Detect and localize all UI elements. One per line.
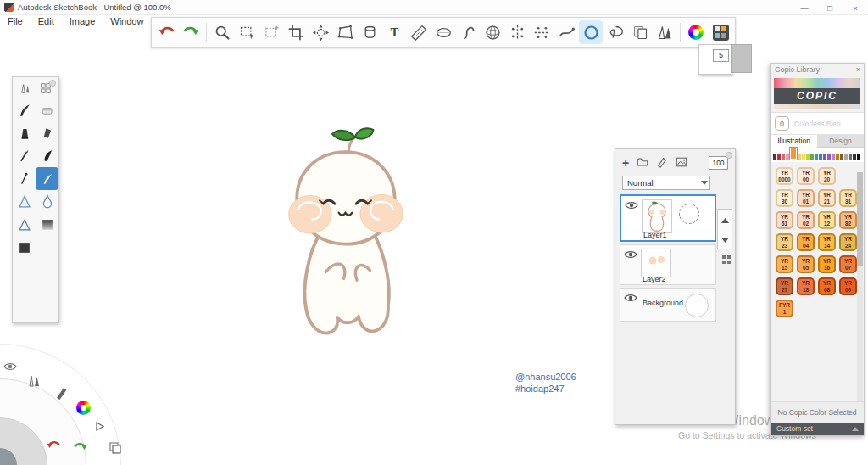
copic-chip-yr24[interactable]: YR24 (839, 233, 857, 251)
blend-mode-select[interactable]: Normal (622, 176, 710, 190)
lagoon-undo-icon[interactable] (44, 438, 63, 453)
copic-chip-yr16[interactable]: YR16 (818, 255, 836, 273)
perspective-tool[interactable] (481, 20, 504, 44)
lagoon-play-icon[interactable] (94, 421, 105, 432)
family-swatch-5[interactable] (798, 154, 801, 160)
brush-paintbrush-selected[interactable] (36, 167, 58, 190)
rect-select-tool[interactable] (235, 20, 259, 44)
copic-chip-yr61[interactable]: YR61 (776, 211, 793, 229)
copic-chip-yr23[interactable]: YR23 (776, 233, 793, 251)
brush-brush-pen[interactable] (36, 144, 58, 167)
family-swatch-14[interactable] (836, 154, 839, 160)
family-swatch-9[interactable] (815, 154, 818, 160)
brush-solid-block[interactable] (13, 236, 36, 259)
family-swatch-0[interactable] (773, 154, 776, 160)
layer-row-layer2[interactable]: Layer2 (620, 244, 716, 285)
redo-button[interactable] (179, 20, 203, 44)
fill-tool[interactable] (358, 20, 381, 44)
copic-chip-yr18[interactable]: YR18 (797, 277, 815, 295)
copic-scrollbar-track[interactable] (857, 172, 863, 423)
brush-cone[interactable] (13, 190, 36, 213)
copic-scrollbar-thumb[interactable] (857, 172, 863, 266)
brush-marker-2[interactable] (36, 121, 58, 144)
brush-water-drop[interactable] (36, 190, 58, 213)
minimize-button[interactable]: — (792, 0, 817, 15)
family-swatch-10[interactable] (819, 154, 822, 160)
undo-button[interactable] (154, 20, 178, 44)
close-button[interactable]: × (843, 0, 868, 15)
maximize-button[interactable]: □ (817, 0, 843, 15)
copic-chip-yr21[interactable]: YR21 (818, 189, 836, 207)
lagoon-brushes-icon[interactable] (27, 373, 42, 389)
brush-technical-pen[interactable] (13, 167, 36, 190)
colorless-blender-row[interactable]: 0 Colorless Blen (771, 112, 864, 135)
copic-chip-yr82[interactable]: YR82 (839, 211, 857, 229)
move-layer-down-button[interactable] (721, 232, 729, 245)
tab-design[interactable]: Design (817, 135, 864, 148)
copic-chip-yr0000[interactable]: YR0000 (776, 167, 793, 185)
layer2-visibility-eye-icon[interactable] (624, 249, 637, 260)
zoom-tool[interactable] (210, 20, 234, 44)
copic-chip-fyr1[interactable]: FYR1 (776, 300, 793, 317)
brush-set-icon[interactable] (19, 82, 31, 94)
layer-image-button[interactable] (676, 156, 687, 171)
family-swatch-12[interactable] (827, 154, 831, 160)
copic-chip-yr00[interactable]: YR00 (797, 167, 815, 185)
copic-chip-yr68[interactable]: YR68 (818, 277, 836, 295)
palette-handle-dot[interactable] (49, 80, 56, 87)
lasso-tool[interactable] (604, 20, 627, 44)
opacity-field[interactable]: 100 (709, 156, 728, 170)
ellipse-guide-tool[interactable] (431, 20, 455, 44)
layer1-visibility-eye-icon[interactable] (625, 200, 638, 210)
color-wheel-button[interactable] (684, 20, 708, 44)
family-swatch-11[interactable] (823, 154, 826, 160)
background-color-swatch[interactable] (685, 294, 709, 317)
brush-chisel-marker[interactable] (13, 121, 36, 144)
layer-folder-button[interactable] (637, 156, 648, 171)
family-swatch-3[interactable] (786, 154, 789, 160)
copic-chip-yr31[interactable]: YR31 (839, 189, 857, 207)
family-swatch-13[interactable] (832, 154, 835, 160)
layers-panel-handle-dot[interactable] (726, 152, 732, 159)
copic-chip-yr07[interactable]: YR07 (839, 255, 857, 273)
menu-file[interactable]: File (0, 15, 31, 28)
lagoon-pen-icon[interactable] (54, 385, 70, 401)
tab-illustration[interactable]: Illustration (771, 135, 817, 148)
horizontal-symmetry-tool[interactable] (530, 20, 554, 44)
copic-chip-yr14[interactable]: YR14 (818, 233, 836, 251)
brush-ink-pen[interactable] (13, 98, 36, 121)
copic-chip-yr04[interactable]: YR04 (797, 233, 815, 251)
copic-chip-yr12[interactable]: YR12 (818, 211, 836, 229)
family-swatch-2[interactable] (782, 154, 785, 160)
lagoon-color-wheel-icon[interactable] (76, 401, 91, 415)
copic-chip-yr20[interactable]: YR20 (818, 167, 836, 185)
family-swatch-16[interactable] (844, 154, 848, 160)
copic-chip-yr09[interactable]: YR09 (839, 277, 857, 295)
brush-eraser[interactable] (36, 98, 58, 121)
family-swatch-1[interactable] (777, 154, 781, 160)
layer-marker-button[interactable] (656, 156, 668, 171)
distort-tool[interactable] (333, 20, 357, 44)
brush-size-field[interactable]: 5 (713, 49, 729, 62)
brush-fine-liner[interactable] (13, 144, 36, 167)
menu-window[interactable]: Window (103, 15, 151, 28)
lagoon-redo-icon[interactable] (71, 440, 90, 455)
brush-gradient-block[interactable] (36, 213, 58, 236)
layer-options-grid-icon[interactable] (721, 253, 732, 268)
family-swatch-7[interactable] (806, 154, 810, 160)
layer-row-background[interactable]: Background (620, 288, 716, 322)
copic-chip-yr15[interactable]: YR15 (776, 255, 793, 273)
transform-tool[interactable] (309, 20, 332, 44)
family-swatch-18[interactable] (853, 154, 856, 160)
family-swatch-17[interactable] (849, 154, 852, 160)
custom-set-bar[interactable]: Custom set (771, 423, 864, 435)
circle-shape-tool[interactable] (579, 20, 603, 44)
add-layer-button[interactable]: + (622, 157, 629, 169)
french-curve-tool[interactable] (456, 20, 480, 44)
background-visibility-eye-icon[interactable] (624, 293, 637, 303)
copic-chip-yr65[interactable]: YR65 (797, 255, 815, 273)
family-swatch-6[interactable] (802, 154, 805, 160)
copic-close-icon[interactable]: × (856, 64, 860, 76)
ruler-tool[interactable] (407, 20, 431, 44)
family-swatch-4[interactable] (790, 148, 797, 160)
